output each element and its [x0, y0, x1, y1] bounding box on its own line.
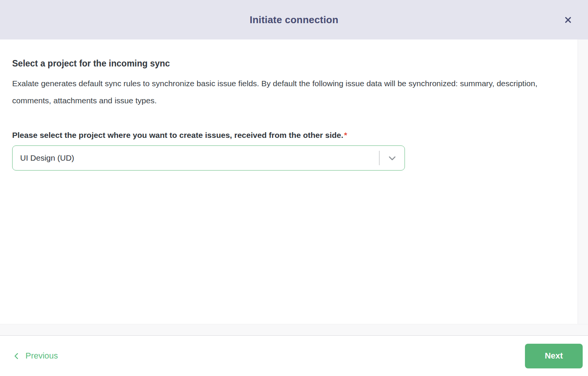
label-text: Please select the project where you want…	[12, 131, 343, 139]
content-panel: Select a project for the incoming sync E…	[0, 39, 578, 324]
close-icon	[564, 16, 572, 24]
section-heading: Select a project for the incoming sync	[12, 58, 563, 69]
project-select-label: Please select the project where you want…	[12, 131, 563, 140]
modal-footer: Previous Next	[0, 335, 588, 376]
description-text: Exalate generates default sync rules to …	[12, 75, 557, 109]
project-select-value: UI Design (UD)	[20, 153, 379, 163]
chevron-down-icon[interactable]	[379, 153, 405, 163]
modal-title: Initiate connection	[250, 14, 338, 26]
next-button[interactable]: Next	[525, 344, 583, 368]
previous-label: Previous	[25, 351, 58, 361]
scrollbar-gutter	[579, 39, 588, 335]
close-button[interactable]	[561, 13, 574, 26]
required-asterisk: *	[344, 131, 347, 139]
body-bottom-strip	[0, 324, 588, 335]
modal-body: Select a project for the incoming sync E…	[0, 39, 588, 335]
chevron-left-icon	[13, 352, 21, 360]
previous-button[interactable]: Previous	[13, 351, 58, 361]
initiate-connection-dialog: Initiate connection Select a project for…	[0, 0, 588, 376]
modal-header: Initiate connection	[0, 0, 588, 39]
project-select[interactable]: UI Design (UD)	[12, 145, 405, 171]
